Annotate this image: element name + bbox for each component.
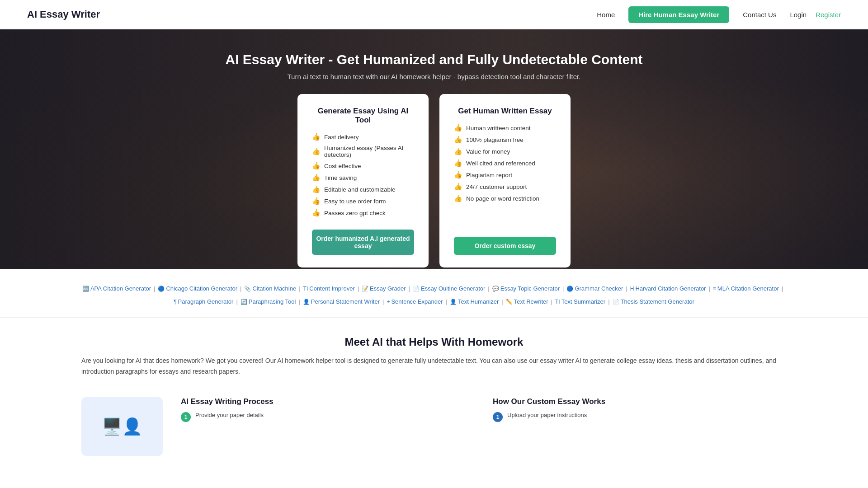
human-card-features: 👍Human writteen content 👍100% plagiarism… [454, 124, 556, 228]
hero-title: AI Essay Writer - Get Humanized and Full… [226, 52, 643, 67]
ai-feature-3: 👍Cost effective [312, 162, 414, 170]
tool-grader[interactable]: 📝Essay Grader [362, 282, 406, 296]
sep-17: | [608, 296, 609, 309]
human-card: Get Human Written Essay 👍Human writteen … [439, 94, 571, 267]
logo[interactable]: AI Essay Writer [27, 9, 100, 20]
thumb-icon-1: 👍 [312, 133, 321, 141]
hero-image-box [81, 397, 163, 456]
tool-humanizer[interactable]: 👤Text Humanizer [450, 296, 499, 309]
tool-summarizer[interactable]: TIText Summarizer [555, 296, 605, 309]
human-card-title: Get Human Written Essay [454, 107, 556, 116]
thumb-icon-h1: 👍 [454, 124, 462, 132]
sep-8: | [626, 282, 627, 296]
tool-sentence[interactable]: +Sentence Expander [387, 296, 443, 309]
topic-icon: 💬 [492, 286, 499, 292]
sep-12: | [298, 296, 300, 309]
grammar-icon: 🔵 [566, 286, 573, 292]
tool-paragraph[interactable]: ¶Paragraph Generator [174, 296, 233, 309]
humanizer-icon: 👤 [450, 299, 457, 305]
sep-10: | [782, 282, 783, 296]
thesis-icon: 📄 [613, 299, 619, 305]
thumb-icon-6: 👍 [312, 197, 321, 205]
custom-block: How Our Custom Essay Works 1 Upload your… [493, 397, 787, 425]
hero-section: AI Essay Writer - Get Humanized and Full… [0, 29, 868, 269]
sep-9: | [708, 282, 710, 296]
citation-icon: 📎 [244, 286, 251, 292]
apa-icon: 🔤 [82, 286, 89, 292]
meet-text: Are you looking for AI that does homewor… [81, 356, 787, 377]
human-feature-7: 👍No page or word restriction [454, 194, 556, 202]
outline-icon: 📄 [413, 286, 420, 292]
tool-citation[interactable]: 📎Citation Machine [244, 282, 296, 296]
ai-feature-5: 👍Editable and customizable [312, 185, 414, 193]
cards-row: Generate Essay Using AI Tool 👍Fast deliv… [297, 94, 571, 267]
thumb-icon-4: 👍 [312, 174, 321, 182]
mla-icon: ≡ [713, 286, 716, 292]
human-feature-5: 👍Plagiarism report [454, 171, 556, 179]
sep-1: | [154, 282, 155, 296]
sep-11: | [236, 296, 237, 309]
tool-rewriter[interactable]: ✏️Text Rewriter [506, 296, 548, 309]
thumb-icon-h3: 👍 [454, 147, 462, 155]
order-human-button[interactable]: Order custom essay [454, 237, 556, 255]
thumb-icon-h2: 👍 [454, 136, 462, 144]
nav-register[interactable]: Register [816, 11, 841, 19]
custom-step-1: 1 Upload your paper instructions [493, 412, 787, 422]
tool-topic[interactable]: 💬Essay Topic Generator [492, 282, 560, 296]
tool-content[interactable]: TIContent Improver [303, 282, 355, 296]
sep-16: | [551, 296, 552, 309]
header: AI Essay Writer Home Hire Human Essay Wr… [0, 0, 868, 29]
tool-grammar[interactable]: 🔵Grammar Checker [566, 282, 623, 296]
ai-feature-6: 👍Easy to use order form [312, 197, 414, 205]
custom-step-1-text: Upload your paper instructions [507, 412, 587, 418]
thumb-icon-2: 👍 [312, 147, 321, 155]
tool-harvard[interactable]: HHarvard Citation Generator [630, 282, 706, 296]
nav-login[interactable]: Login [790, 11, 807, 19]
summarizer-icon: TI [555, 299, 560, 305]
nav-hire[interactable]: Hire Human Essay Writer [628, 6, 729, 23]
tool-mla[interactable]: ≡MLA Citation Generator [713, 282, 779, 296]
ai-card-title: Generate Essay Using AI Tool [312, 107, 414, 125]
tool-paraphrase[interactable]: 🔄Paraphrasing Tool [241, 296, 296, 309]
human-feature-2: 👍100% plagiarism free [454, 136, 556, 144]
harvard-icon: H [630, 286, 634, 292]
ai-card: Generate Essay Using AI Tool 👍Fast deliv… [297, 94, 429, 267]
custom-title: How Our Custom Essay Works [493, 397, 787, 406]
process-block: AI Essay Writing Process 1 Provide your … [181, 397, 475, 425]
thumb-icon-5: 👍 [312, 185, 321, 193]
custom-step-num-1: 1 [493, 412, 503, 422]
grader-icon: 📝 [362, 286, 368, 292]
nav-home[interactable]: Home [592, 8, 619, 21]
personal-icon: 👤 [303, 299, 310, 305]
bottom-row: AI Essay Writing Process 1 Provide your … [0, 397, 868, 465]
tools-links-row: 🔤APA Citation Generator| 🔵Chicago Citati… [81, 282, 787, 308]
thumb-icon-h7: 👍 [454, 194, 462, 202]
hero-subtitle: Turn ai text to human text with our AI h… [226, 73, 643, 80]
thumb-icon-h6: 👍 [454, 183, 462, 191]
meet-title: Meet AI that Helps With Homework [81, 336, 787, 348]
sep-6: | [488, 282, 489, 296]
content-icon: TI [303, 286, 308, 292]
ai-feature-2: 👍Humanized essay (Passes AI detectors) [312, 145, 414, 158]
hero-content: AI Essay Writer - Get Humanized and Full… [226, 52, 643, 80]
thumb-icon-h4: 👍 [454, 159, 462, 167]
paraphrase-icon: 🔄 [241, 299, 247, 305]
thumb-icon-3: 👍 [312, 162, 321, 170]
main-nav: Home Hire Human Essay Writer Contact Us … [592, 6, 841, 23]
thumb-icon-7: 👍 [312, 209, 321, 217]
tool-chicago[interactable]: 🔵Chicago Citation Generator [158, 282, 237, 296]
tool-apa[interactable]: 🔤APA Citation Generator [82, 282, 151, 296]
ai-feature-7: 👍Passes zero gpt check [312, 209, 414, 217]
sep-7: | [562, 282, 564, 296]
tool-outline[interactable]: 📄Essay Oultine Generator [413, 282, 485, 296]
chicago-icon: 🔵 [158, 286, 165, 292]
order-ai-button[interactable]: Order humanized A.I generated essay [312, 230, 414, 255]
ai-card-features: 👍Fast delivery 👍Humanized essay (Passes … [312, 133, 414, 221]
tools-links-section: 🔤APA Citation Generator| 🔵Chicago Citati… [0, 269, 868, 318]
ai-feature-4: 👍Time saving [312, 174, 414, 182]
nav-contact[interactable]: Contact Us [738, 8, 781, 21]
step-num-1: 1 [181, 412, 191, 422]
sep-13: | [382, 296, 384, 309]
tool-personal[interactable]: 👤Personal Statement Writer [303, 296, 380, 309]
tool-thesis[interactable]: 📄Thesis Statement Generator [613, 296, 694, 309]
